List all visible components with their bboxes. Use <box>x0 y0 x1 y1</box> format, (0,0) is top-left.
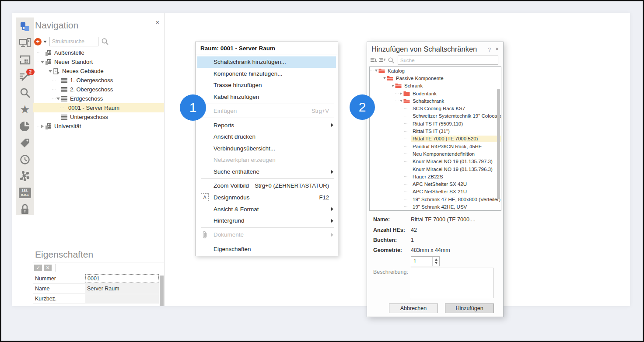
sidebar-item-floorplan[interactable] <box>18 54 32 65</box>
catalog-tree-item[interactable]: 19" Schrank 47 HE, 800x800 (Verteiler) <box>370 195 501 203</box>
catalog-tree-item[interactable]: Hager ZB22S <box>370 173 501 180</box>
stepper-up-icon[interactable] <box>435 258 438 261</box>
discard-button[interactable]: ✕ <box>44 265 52 271</box>
collapse-arrow-icon[interactable] <box>56 97 60 101</box>
catalog-tree-item[interactable]: Panduit R4P36CN Rack, 45HE <box>370 143 501 150</box>
submenu-arrow-icon <box>329 207 335 211</box>
menu-item[interactable]: Ansicht & Format <box>197 203 336 215</box>
stepper-down-icon[interactable] <box>435 262 438 264</box>
catalog-tree-item[interactable]: Katalog <box>370 67 501 74</box>
page: 2★192.0.0.1 Navigation × + AußenstelleNe… <box>0 0 644 342</box>
cancel-button[interactable]: Abbrechen <box>389 304 438 313</box>
sidebar-item-tools[interactable]: 2 <box>18 71 32 82</box>
collapse-arrow-icon[interactable] <box>391 84 395 88</box>
ip-line2: 0.0.1 <box>21 193 29 197</box>
property-value-field[interactable]: 0001 <box>85 274 159 283</box>
nav-tree-item[interactable]: 1. Obergeschoss <box>33 76 164 85</box>
catalog-tree-item[interactable]: Schrank <box>370 82 501 90</box>
sidebar-item-search[interactable] <box>18 87 32 98</box>
tree-indent <box>407 144 411 149</box>
description-textarea[interactable] <box>411 268 494 298</box>
menu-item[interactable]: Suche enthaltene <box>197 166 336 178</box>
properties-table: Nummer0001NameServer RaumKurzbez. <box>33 274 159 304</box>
sidebar-item-topology[interactable] <box>18 21 32 32</box>
catalog-tree-item[interactable]: Rittal TS IT (5509.110) <box>370 120 501 127</box>
collapse-arrow-icon[interactable] <box>374 69 378 73</box>
catalog-tree-item[interactable]: Knurr Miracel NO 19 (01.135.796.3) <box>370 165 501 173</box>
help-icon[interactable]: ? <box>488 46 491 53</box>
expand-arrow-icon[interactable] <box>399 91 403 96</box>
catalog-tree-item[interactable]: Rittal TE 7000 (TE 7000.520) <box>370 135 501 143</box>
collapse-arrow-icon[interactable] <box>48 69 52 73</box>
add-button[interactable]: Hinzufügen <box>445 304 494 313</box>
apply-button[interactable]: ✓ <box>34 265 42 271</box>
catalog-tree-item[interactable]: Schaltschrank <box>370 97 501 105</box>
catalog-tree-item[interactable]: APC NetShelter SX 21U <box>370 188 501 195</box>
menu-item[interactable]: Eigenschaften <box>197 243 336 255</box>
sidebar-item-lock[interactable] <box>18 204 32 215</box>
menu-item[interactable]: Zoom VollbildStrg+0 (ZEHNERTASTATUR) <box>197 180 336 192</box>
sidebar-item-pie-chart[interactable] <box>18 121 32 132</box>
nav-tree-item[interactable]: Neuer Standort <box>33 57 164 66</box>
catalog-tree-item[interactable]: Bodentank <box>370 90 501 97</box>
menu-item[interactable]: Komponente hinzufügen... <box>197 68 336 79</box>
sidebar-item-tag[interactable] <box>18 138 32 149</box>
properties-scrollbar[interactable] <box>160 276 164 306</box>
menu-item[interactable]: Kabel hinzufügen <box>197 91 336 103</box>
tree-item-label: 1. Obergeschoss <box>70 77 113 84</box>
stepper-buttons[interactable] <box>432 257 439 266</box>
close-icon[interactable]: × <box>495 45 499 52</box>
tree-guide <box>37 52 40 53</box>
quantity-input[interactable] <box>411 257 432 266</box>
close-icon[interactable]: × <box>154 18 161 26</box>
menu-arrow-spacer <box>329 135 335 139</box>
structure-search-input[interactable] <box>49 37 98 46</box>
menu-separator <box>201 104 334 104</box>
network-icon <box>20 171 30 181</box>
nav-tree-item[interactable]: Außenstelle <box>33 48 164 57</box>
catalog-search-input[interactable] <box>398 56 498 65</box>
menu-item[interactable]: Ansicht drucken <box>197 131 336 143</box>
nav-tree-item[interactable]: Neues Gebäude <box>33 66 164 76</box>
menu-item[interactable]: Reports <box>197 119 336 131</box>
catalog-tree-item[interactable]: Rittal TS IT (31") <box>370 127 501 135</box>
nav-tree-item[interactable]: 0001 - Server Raum <box>33 103 164 112</box>
catalog-item-label: Knurr Miracel NO 19 (01.135.796.3) <box>411 166 494 172</box>
tree-item-label: Erdgeschoss <box>70 95 103 102</box>
add-button[interactable]: + <box>34 38 42 45</box>
callout-step-2: 2 <box>350 94 375 120</box>
add-dropdown-caret-icon[interactable] <box>43 41 47 43</box>
expand-all-icon[interactable] <box>371 57 377 63</box>
catalog-tree-item[interactable]: Neu Komponentendefinition <box>370 150 501 157</box>
sidebar-item-ip-address[interactable]: 192.0.0.1 <box>18 188 32 199</box>
collapse-arrow-icon[interactable] <box>382 76 386 80</box>
catalog-tree-item[interactable]: Knurr Miracel NO 19 (01.135.797.3) <box>370 158 501 165</box>
collapse-arrow-icon[interactable] <box>40 60 45 64</box>
nav-tree-item[interactable]: Universität <box>33 122 164 131</box>
catalog-tree-item[interactable]: APC NetShelter SX 42U <box>370 180 501 188</box>
menu-item[interactable]: ADesignmodusF12 <box>197 192 336 203</box>
catalog-tree-item[interactable]: 19" Schrank 42HE, USV <box>370 203 501 210</box>
collapse-arrow-icon[interactable] <box>399 99 403 103</box>
property-value-field[interactable] <box>85 294 159 303</box>
nav-tree-item[interactable]: 2. Obergeschoss <box>33 85 164 94</box>
collapse-all-icon[interactable] <box>379 57 386 63</box>
menu-item[interactable]: Trasse hinzufügen <box>197 80 336 91</box>
menu-item[interactable]: Schaltschrank hinzufügen... <box>197 56 336 68</box>
search-icon[interactable] <box>102 38 108 45</box>
catalog-tree-item[interactable]: Passive Komponente <box>370 74 501 82</box>
menu-item[interactable]: Hintergrund <box>197 215 336 227</box>
catalog-tree-item[interactable]: Schweitzer Systemtechnik 19" ColocationR… <box>370 112 501 120</box>
nav-tree-item[interactable]: Erdgeschoss <box>33 94 164 103</box>
sidebar-item-network[interactable] <box>18 171 32 182</box>
catalog-scrollbar[interactable] <box>497 89 500 199</box>
sidebar-item-history[interactable] <box>18 154 32 165</box>
catalog-tree-item[interactable]: SCS Cooling Rack KS7 <box>370 105 501 112</box>
sidebar-item-favorites[interactable]: ★ <box>18 104 32 115</box>
menu-item[interactable]: Verbindungsübersicht... <box>197 143 336 154</box>
tree-guide <box>404 206 407 207</box>
property-value-field[interactable]: Server Raum <box>85 284 159 293</box>
sidebar-item-devices[interactable] <box>18 38 32 49</box>
expand-arrow-icon[interactable] <box>40 124 45 129</box>
nav-tree-item[interactable]: Untergeschoss <box>33 112 164 122</box>
